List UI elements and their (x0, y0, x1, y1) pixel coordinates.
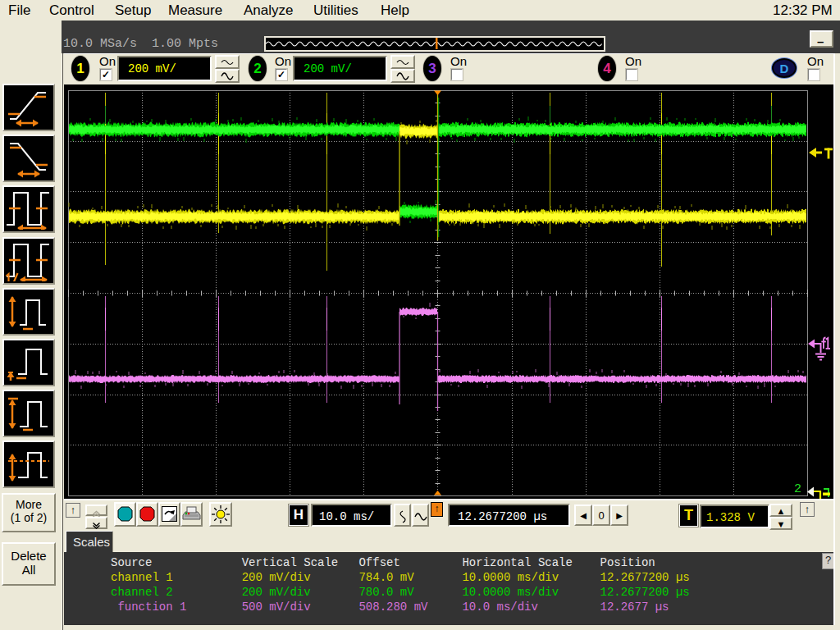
svg-text:2: 2 (794, 482, 801, 496)
